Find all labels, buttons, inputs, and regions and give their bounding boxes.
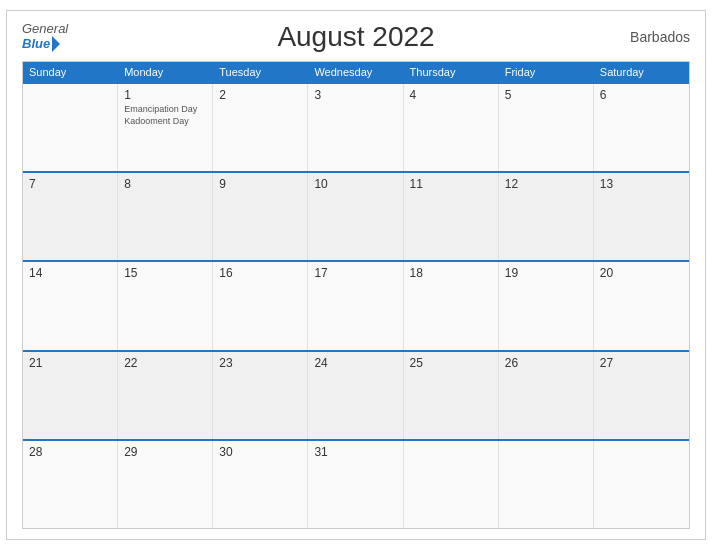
day-number: 9 <box>219 177 301 191</box>
day-number: 20 <box>600 266 683 280</box>
day-cell: 6 <box>594 84 689 171</box>
day-cell: 1Emancipation DayKadooment Day <box>118 84 213 171</box>
day-number: 8 <box>124 177 206 191</box>
day-cell <box>404 441 499 528</box>
day-number: 29 <box>124 445 206 459</box>
day-header-sunday: Sunday <box>23 62 118 82</box>
day-cell: 9 <box>213 173 308 260</box>
day-cell: 18 <box>404 262 499 349</box>
day-cell: 15 <box>118 262 213 349</box>
day-number: 27 <box>600 356 683 370</box>
day-number: 11 <box>410 177 492 191</box>
day-number: 18 <box>410 266 492 280</box>
day-header-friday: Friday <box>499 62 594 82</box>
day-cell <box>594 441 689 528</box>
day-number: 21 <box>29 356 111 370</box>
day-cell: 28 <box>23 441 118 528</box>
day-cell: 23 <box>213 352 308 439</box>
day-cell: 26 <box>499 352 594 439</box>
logo-triangle-icon <box>52 36 60 52</box>
logo: General Blue <box>22 22 68 52</box>
day-cell: 29 <box>118 441 213 528</box>
week-row-1: 1Emancipation DayKadooment Day23456 <box>23 82 689 171</box>
day-cell: 11 <box>404 173 499 260</box>
day-header-monday: Monday <box>118 62 213 82</box>
day-number: 13 <box>600 177 683 191</box>
calendar-header: General Blue August 2022 Barbados <box>22 21 690 53</box>
day-cell: 3 <box>308 84 403 171</box>
day-number: 19 <box>505 266 587 280</box>
day-number: 16 <box>219 266 301 280</box>
day-number: 5 <box>505 88 587 102</box>
calendar-wrapper: General Blue August 2022 Barbados Sunday… <box>6 10 706 540</box>
day-header-tuesday: Tuesday <box>213 62 308 82</box>
day-number: 6 <box>600 88 683 102</box>
logo-blue-text: Blue <box>22 36 60 52</box>
calendar-title: August 2022 <box>277 21 434 53</box>
day-cell: 17 <box>308 262 403 349</box>
day-cell: 30 <box>213 441 308 528</box>
day-cell: 8 <box>118 173 213 260</box>
day-header-wednesday: Wednesday <box>308 62 403 82</box>
day-cell <box>23 84 118 171</box>
day-cell: 14 <box>23 262 118 349</box>
day-cell: 21 <box>23 352 118 439</box>
day-number: 15 <box>124 266 206 280</box>
day-cell <box>499 441 594 528</box>
day-header-saturday: Saturday <box>594 62 689 82</box>
day-number: 28 <box>29 445 111 459</box>
holiday-text: Emancipation Day <box>124 104 206 116</box>
day-number: 1 <box>124 88 206 102</box>
week-row-2: 78910111213 <box>23 171 689 260</box>
day-cell: 31 <box>308 441 403 528</box>
week-row-3: 14151617181920 <box>23 260 689 349</box>
day-cell: 27 <box>594 352 689 439</box>
weeks-container: 1Emancipation DayKadooment Day2345678910… <box>23 82 689 528</box>
day-number: 3 <box>314 88 396 102</box>
day-header-thursday: Thursday <box>404 62 499 82</box>
day-cell: 5 <box>499 84 594 171</box>
day-number: 12 <box>505 177 587 191</box>
week-row-4: 21222324252627 <box>23 350 689 439</box>
day-number: 7 <box>29 177 111 191</box>
day-number: 4 <box>410 88 492 102</box>
day-cell: 19 <box>499 262 594 349</box>
day-cell: 2 <box>213 84 308 171</box>
day-cell: 24 <box>308 352 403 439</box>
day-cell: 20 <box>594 262 689 349</box>
day-number: 2 <box>219 88 301 102</box>
country-label: Barbados <box>630 29 690 45</box>
day-cell: 13 <box>594 173 689 260</box>
calendar-grid: SundayMondayTuesdayWednesdayThursdayFrid… <box>22 61 690 529</box>
day-cell: 4 <box>404 84 499 171</box>
day-number: 30 <box>219 445 301 459</box>
day-number: 17 <box>314 266 396 280</box>
day-number: 10 <box>314 177 396 191</box>
day-headers-row: SundayMondayTuesdayWednesdayThursdayFrid… <box>23 62 689 82</box>
day-cell: 12 <box>499 173 594 260</box>
holiday-text: Kadooment Day <box>124 116 206 128</box>
day-number: 31 <box>314 445 396 459</box>
day-number: 23 <box>219 356 301 370</box>
day-cell: 10 <box>308 173 403 260</box>
day-number: 22 <box>124 356 206 370</box>
week-row-5: 28293031 <box>23 439 689 528</box>
day-cell: 25 <box>404 352 499 439</box>
day-number: 24 <box>314 356 396 370</box>
day-number: 25 <box>410 356 492 370</box>
day-cell: 7 <box>23 173 118 260</box>
day-cell: 16 <box>213 262 308 349</box>
logo-general-text: General <box>22 22 68 36</box>
day-number: 26 <box>505 356 587 370</box>
day-number: 14 <box>29 266 111 280</box>
day-cell: 22 <box>118 352 213 439</box>
